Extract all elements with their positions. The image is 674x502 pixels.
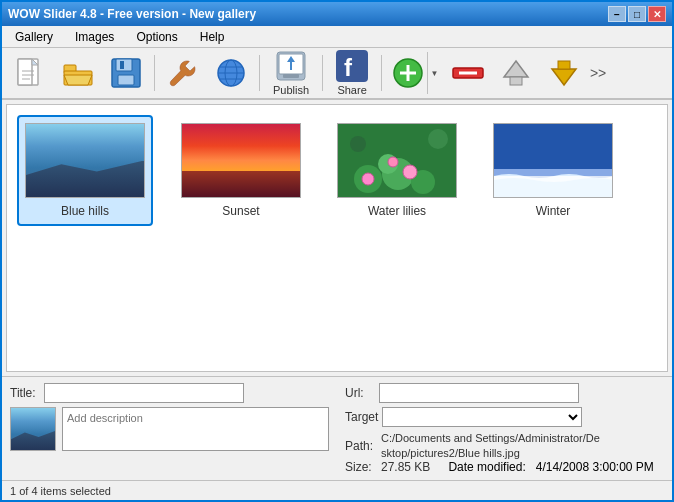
add-icon	[389, 54, 427, 92]
main-window: WOW Slider 4.8 - Free version - New gall…	[0, 0, 674, 502]
svg-rect-19	[283, 74, 299, 78]
maximize-button[interactable]: □	[628, 6, 646, 22]
wrench-icon	[167, 57, 199, 89]
gallery-item-water-lilies[interactable]: Water lilies	[329, 115, 465, 226]
desc-thumbnail	[10, 407, 56, 451]
size-value: 27.85 KB	[381, 460, 430, 474]
close-button[interactable]: ✕	[648, 6, 666, 22]
gallery-area: Blue hills Sunset	[6, 104, 668, 372]
svg-rect-11	[120, 61, 124, 69]
minimize-button[interactable]: −	[608, 6, 626, 22]
down-icon	[548, 57, 580, 89]
move-up-button[interactable]	[494, 52, 538, 94]
description-area	[10, 407, 329, 451]
status-bar: 1 of 4 items selected	[2, 480, 672, 500]
gallery-item-sunset[interactable]: Sunset	[173, 115, 309, 226]
more-button[interactable]: >>	[590, 52, 606, 94]
up-icon	[500, 57, 532, 89]
thumbnail-winter	[493, 123, 613, 198]
save-button[interactable]	[104, 52, 148, 94]
menu-bar: Gallery Images Options Help	[2, 26, 672, 48]
remove-button[interactable]	[446, 52, 490, 94]
publish-label: Publish	[273, 84, 309, 96]
gallery-item-winter[interactable]: Winter	[485, 115, 621, 226]
publish-button[interactable]: Publish	[266, 47, 316, 99]
right-fields: Url: Target _blank _self _parent Path: C…	[345, 383, 664, 474]
share-label: Share	[337, 84, 366, 96]
image-label-blue-hills: Blue hills	[61, 204, 109, 218]
left-fields: Title:	[10, 383, 329, 474]
open-button[interactable]	[56, 52, 100, 94]
thumbnail-blue-hills	[25, 123, 145, 198]
description-input[interactable]	[62, 407, 329, 451]
path-value: C:/Documents and Settings/Administrator/…	[381, 431, 601, 460]
thumbnail-water-lilies	[337, 123, 457, 198]
svg-text:f: f	[344, 54, 353, 81]
waterlilies-svg	[338, 124, 456, 197]
menu-gallery[interactable]: Gallery	[6, 27, 62, 47]
title-bar: WOW Slider 4.8 - Free version - New gall…	[2, 2, 672, 26]
date-modified-value: 4/14/2008 3:00:00 PM	[536, 460, 654, 474]
toolbar-sep-1	[154, 55, 155, 91]
image-label-winter: Winter	[536, 204, 571, 218]
toolbar-sep-2	[259, 55, 260, 91]
toolbar-sep-4	[381, 55, 382, 91]
path-label: Path:	[345, 439, 375, 453]
window-controls: − □ ✕	[608, 6, 666, 22]
svg-point-39	[403, 165, 417, 179]
svg-rect-1	[18, 59, 32, 85]
window-title: WOW Slider 4.8 - Free version - New gall…	[8, 7, 256, 21]
image-label-sunset: Sunset	[222, 204, 259, 218]
add-dropdown-button[interactable]: ▼	[427, 52, 441, 94]
size-row: Size: 27.85 KB Date modified: 4/14/2008 …	[345, 460, 664, 474]
title-input[interactable]	[44, 383, 244, 403]
toolbar: Publish f Share ▼	[2, 48, 672, 100]
title-label: Title:	[10, 386, 40, 400]
svg-rect-30	[510, 77, 522, 85]
add-button[interactable]	[389, 52, 427, 94]
share-button[interactable]: f Share	[329, 47, 375, 99]
bottom-panel: Title: Url: Target	[2, 376, 672, 480]
target-row: Target _blank _self _parent	[345, 407, 664, 427]
svg-point-38	[362, 173, 374, 185]
settings-button[interactable]	[161, 52, 205, 94]
url-input[interactable]	[379, 383, 579, 403]
publish-icon	[275, 50, 307, 82]
target-select[interactable]: _blank _self _parent	[382, 407, 582, 427]
svg-rect-43	[494, 124, 613, 169]
thumbnail-sunset	[181, 123, 301, 198]
winter-svg	[494, 124, 613, 198]
new-button[interactable]	[8, 52, 52, 94]
add-group: ▼	[388, 52, 442, 94]
svg-point-41	[350, 136, 366, 152]
title-row: Title:	[10, 383, 329, 403]
menu-options[interactable]: Options	[127, 27, 186, 47]
toolbar-sep-3	[322, 55, 323, 91]
gallery-item-blue-hills[interactable]: Blue hills	[17, 115, 153, 226]
menu-images[interactable]: Images	[66, 27, 123, 47]
date-modified-label: Date modified:	[448, 460, 525, 474]
facebook-icon: f	[336, 50, 368, 82]
svg-rect-22	[336, 50, 368, 82]
status-text: 1 of 4 items selected	[10, 485, 111, 497]
size-label: Size:	[345, 460, 375, 474]
svg-rect-32	[558, 61, 570, 69]
url-row: Url:	[345, 383, 664, 403]
svg-point-42	[428, 129, 448, 149]
move-down-button[interactable]	[542, 52, 586, 94]
svg-marker-31	[552, 69, 576, 85]
image-label-water-lilies: Water lilies	[368, 204, 426, 218]
path-row: Path: C:/Documents and Settings/Administ…	[345, 431, 664, 460]
save-icon	[110, 57, 142, 89]
url-label: Url:	[345, 386, 375, 400]
new-icon	[14, 57, 46, 89]
menu-help[interactable]: Help	[191, 27, 234, 47]
svg-marker-29	[504, 61, 528, 77]
open-icon	[62, 57, 94, 89]
globe-icon	[215, 57, 247, 89]
svg-rect-10	[118, 75, 134, 85]
preview-button[interactable]	[209, 52, 253, 94]
svg-point-40	[388, 157, 398, 167]
remove-icon	[449, 54, 487, 92]
target-label: Target	[345, 410, 378, 424]
